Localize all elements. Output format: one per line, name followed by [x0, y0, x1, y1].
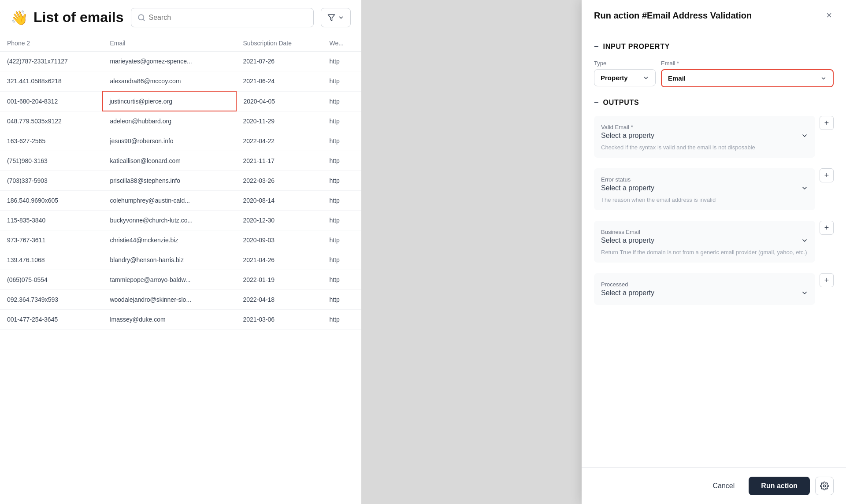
- cell-date: 2020-04-05: [236, 91, 323, 111]
- type-select[interactable]: Property: [594, 69, 656, 86]
- cell-email: justincurtis@pierce.org: [103, 91, 236, 111]
- cell-phone: (065)075-0554: [0, 270, 103, 290]
- output-field-3: ProcessedSelect a property: [594, 273, 815, 305]
- cell-email: katieallison@leonard.com: [103, 151, 236, 171]
- cell-phone: 186.540.9690x605: [0, 191, 103, 211]
- outputs-section-title: Outputs: [603, 99, 639, 107]
- cell-web: http: [322, 91, 361, 111]
- outputs-section-header: − Outputs: [594, 98, 834, 107]
- side-panel: Run action #Email Address Validation × −…: [582, 0, 846, 504]
- page-title: 👋 List of emails: [11, 9, 124, 26]
- output-select-value: Select a property: [601, 184, 654, 192]
- search-input[interactable]: [149, 14, 308, 22]
- col-email: Email: [103, 35, 236, 52]
- panel-footer: Cancel Run action: [582, 467, 846, 504]
- type-select-value: Property: [601, 74, 628, 82]
- cell-web: http: [322, 71, 361, 92]
- table-row: 001-477-254-3645lmassey@duke.com2021-03-…: [0, 310, 361, 330]
- cell-phone: 001-680-204-8312: [0, 91, 103, 111]
- output-field-label: Valid Email *: [601, 124, 633, 130]
- output-add-button-2[interactable]: +: [820, 221, 834, 235]
- cell-phone: 973-767-3611: [0, 230, 103, 250]
- col-phone2: Phone 2: [0, 35, 103, 52]
- cell-date: 2021-06-24: [236, 71, 323, 92]
- cell-phone: (703)337-5903: [0, 171, 103, 191]
- collapse-outputs-icon[interactable]: −: [594, 98, 599, 107]
- cell-email: priscilla88@stephens.info: [103, 171, 236, 191]
- cell-phone: 048.779.5035x9122: [0, 111, 103, 131]
- email-chevron-icon: [820, 75, 827, 82]
- output-field-row: ProcessedSelect a property+: [594, 273, 834, 308]
- cell-phone: 001-477-254-3645: [0, 310, 103, 330]
- cell-date: 2020-12-30: [236, 211, 323, 230]
- output-add-button-1[interactable]: +: [820, 168, 834, 182]
- cell-web: http: [322, 191, 361, 211]
- close-button[interactable]: ×: [824, 9, 834, 22]
- cell-date: 2022-03-26: [236, 171, 323, 191]
- output-field-row: Business EmailSelect a propertyReturn Tr…: [594, 221, 834, 266]
- cell-phone: 092.364.7349x593: [0, 290, 103, 310]
- output-fields-container: Valid Email *Select a propertyChecked if…: [594, 116, 834, 308]
- output-select-0[interactable]: Select a property: [601, 131, 808, 141]
- output-field-label: Business Email: [601, 229, 640, 235]
- cell-date: 2022-04-18: [236, 290, 323, 310]
- cell-date: 2020-09-03: [236, 230, 323, 250]
- chevron-down-icon: [338, 15, 344, 21]
- output-select-1[interactable]: Select a property: [601, 183, 808, 193]
- table-row: (703)337-5903priscilla88@stephens.info20…: [0, 171, 361, 191]
- cell-web: http: [322, 270, 361, 290]
- cell-web: http: [322, 52, 361, 71]
- output-description: The reason when the email address is inv…: [601, 196, 808, 203]
- table-row: 092.364.7349x593woodalejandro@skinner-sl…: [0, 290, 361, 310]
- cancel-button[interactable]: Cancel: [704, 478, 744, 494]
- output-field-row: Error statusSelect a propertyThe reason …: [594, 168, 834, 214]
- cell-email: colehumphrey@austin-cald...: [103, 191, 236, 211]
- table-row: 048.779.5035x9122adeleon@hubbard.org2020…: [0, 111, 361, 131]
- output-select-3[interactable]: Select a property: [601, 288, 808, 298]
- cell-email: christie44@mckenzie.biz: [103, 230, 236, 250]
- email-select[interactable]: Email: [661, 69, 834, 87]
- table-row: 186.540.9690x605colehumphrey@austin-cald…: [0, 191, 361, 211]
- filter-icon: [327, 14, 335, 22]
- table-row: 973-767-3611christie44@mckenzie.biz2020-…: [0, 230, 361, 250]
- output-field-2: Business EmailSelect a propertyReturn Tr…: [594, 221, 815, 263]
- cell-web: http: [322, 290, 361, 310]
- page-emoji: 👋: [11, 9, 28, 26]
- output-select-value: Select a property: [601, 237, 654, 245]
- output-chevron-icon: [801, 185, 808, 192]
- output-add-button-0[interactable]: +: [820, 116, 834, 130]
- cell-email: alexandra86@mccoy.com: [103, 71, 236, 92]
- settings-button[interactable]: [815, 477, 834, 495]
- cell-phone: 115-835-3840: [0, 211, 103, 230]
- output-select-2[interactable]: Select a property: [601, 236, 808, 245]
- svg-point-3: [824, 485, 826, 487]
- cell-web: http: [322, 250, 361, 270]
- cell-date: 2022-04-22: [236, 131, 323, 151]
- table-row: 321.441.0588x6218alexandra86@mccoy.com20…: [0, 71, 361, 92]
- output-field-row: Valid Email *Select a propertyChecked if…: [594, 116, 834, 161]
- cell-email: blandry@henson-harris.biz: [103, 250, 236, 270]
- run-action-button[interactable]: Run action: [749, 477, 810, 495]
- search-bar[interactable]: [131, 8, 314, 27]
- page-header: 👋 List of emails: [0, 0, 361, 35]
- email-select-value: Email: [668, 74, 686, 82]
- output-add-button-3[interactable]: +: [820, 273, 834, 287]
- table-row: (751)980-3163katieallison@leonard.com202…: [0, 151, 361, 171]
- data-table: Phone 2 Email Subscription Date We... (4…: [0, 35, 361, 330]
- cell-phone: (751)980-3163: [0, 151, 103, 171]
- table-row: (065)075-0554tammiepope@arroyo-baldw...2…: [0, 270, 361, 290]
- filter-button[interactable]: [321, 8, 351, 27]
- output-field-0: Valid Email *Select a propertyChecked if…: [594, 116, 815, 158]
- input-section-title: Input Property: [603, 43, 670, 51]
- output-description: Return True if the domain is not from a …: [601, 249, 808, 256]
- cell-email: adeleon@hubbard.org: [103, 111, 236, 131]
- cell-date: 2021-11-17: [236, 151, 323, 171]
- table-row: 001-680-204-8312justincurtis@pierce.org2…: [0, 91, 361, 111]
- collapse-input-icon[interactable]: −: [594, 42, 599, 51]
- cell-email: tammiepope@arroyo-baldw...: [103, 270, 236, 290]
- svg-line-1: [143, 19, 144, 20]
- outputs-section: − Outputs Valid Email *Select a property…: [594, 98, 834, 308]
- cell-web: http: [322, 230, 361, 250]
- type-input-group: Type Property: [594, 60, 656, 87]
- cell-web: http: [322, 151, 361, 171]
